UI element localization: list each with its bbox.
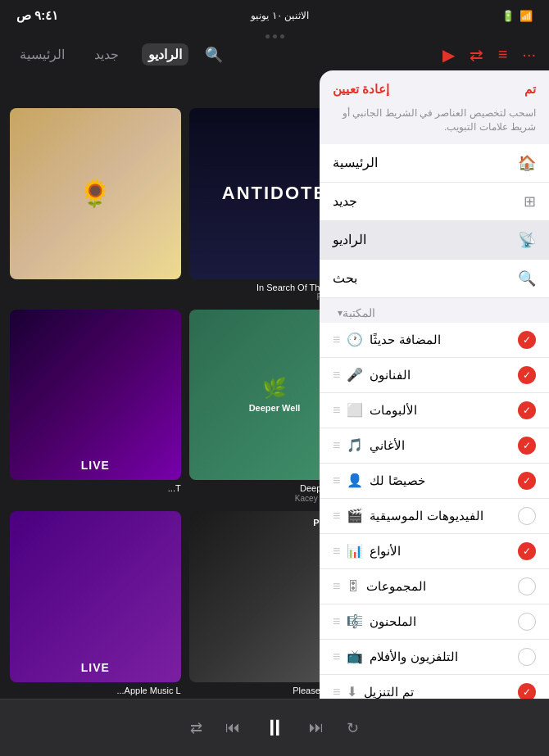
- status-date: الاثنين ١٠ يونيو: [251, 10, 309, 21]
- compilations-icon: 🎛: [347, 579, 360, 594]
- library-item-label: الملحنون: [370, 614, 416, 629]
- unchecked-circle: [518, 507, 536, 525]
- play-icon[interactable]: ▶: [442, 45, 455, 65]
- check-icon: ✓: [518, 542, 536, 560]
- search-nav-icon[interactable]: 🔍: [205, 46, 223, 64]
- album-cover: LIVE: [10, 511, 181, 682]
- library-item-genres[interactable]: ✓ الأنواع 📊 ≡: [320, 534, 549, 569]
- library-item-compilations[interactable]: المجموعات 🎛 ≡: [320, 569, 549, 604]
- sidebar-nav-search[interactable]: 🔍 بحث: [320, 260, 549, 298]
- drag-handle[interactable]: ≡: [333, 544, 340, 559]
- drag-handle[interactable]: ≡: [333, 368, 340, 383]
- library-item-foryou[interactable]: ✓ خصيصًا لك 👤 ≡: [320, 464, 549, 499]
- sidebar: تم إعادة تعيين اسحب لتخصيص العناصر في ال…: [320, 70, 549, 699]
- library-item-albums[interactable]: ✓ الألبومات ⬜ ≡: [320, 393, 549, 428]
- library-item-tv[interactable]: التلفزيون والأفلام 📺 ≡: [320, 640, 549, 675]
- library-item-label: المضافة حديثًا: [370, 333, 440, 347]
- unchecked-circle: [518, 648, 536, 666]
- drag-handle[interactable]: ≡: [333, 614, 340, 629]
- album-cover: LIVE: [10, 310, 181, 481]
- toolbar: ··· ≡ ⇄ ▶ 🔍 الراديو جديد الرئيسية: [0, 38, 549, 70]
- library-item-artists[interactable]: ✓ الفنانون 🎤 ≡: [320, 358, 549, 393]
- new-icon: ⊞: [524, 192, 536, 211]
- drag-handle[interactable]: ≡: [333, 579, 340, 594]
- sidebar-reset-button[interactable]: إعادة تعيين: [333, 82, 389, 97]
- library-item-label: الأنواع: [370, 544, 401, 559]
- drag-handle[interactable]: ≡: [333, 650, 340, 664]
- library-collapse-icon[interactable]: ▾: [338, 307, 343, 319]
- sidebar-nav-label: بحث: [333, 270, 357, 286]
- album-cover: 🌻: [10, 108, 181, 279]
- drag-handle[interactable]: ≡: [333, 333, 340, 347]
- nav-tabs: 🔍 الراديو جديد الرئيسية: [13, 43, 223, 66]
- sidebar-nav-new[interactable]: ⊞ جديد: [320, 183, 549, 221]
- sidebar-header: تم إعادة تعيين: [320, 70, 549, 103]
- library-item-label: الفيديوهات الموسيقية: [370, 509, 483, 523]
- artists-icon: 🎤: [347, 367, 363, 383]
- library-section-header: المكتبة ▾: [320, 298, 549, 323]
- songs-icon: 🎵: [347, 437, 363, 453]
- shuffle-icon[interactable]: ⇄: [470, 45, 483, 65]
- sidebar-done-button[interactable]: تم: [524, 82, 536, 97]
- next-button[interactable]: ⏭: [309, 719, 324, 736]
- prev-button[interactable]: ⏮: [225, 719, 240, 736]
- tab-radio[interactable]: الراديو: [142, 43, 188, 66]
- check-icon: ✓: [518, 366, 536, 384]
- library-item-songs[interactable]: ✓ الأغاني 🎵 ≡: [320, 428, 549, 464]
- drag-handle[interactable]: ≡: [333, 473, 340, 488]
- library-item-recent[interactable]: ✓ المضافة حديثًا 🕐 ≡: [320, 323, 549, 358]
- downloaded-icon: ⬇: [347, 684, 357, 699]
- sidebar-nav-label: جديد: [333, 193, 357, 209]
- drag-handle[interactable]: ≡: [333, 509, 340, 523]
- library-item-videos[interactable]: الفيديوهات الموسيقية 🎬 ≡: [320, 499, 549, 534]
- check-icon: ✓: [518, 331, 536, 349]
- check-icon: ✓: [518, 683, 536, 699]
- genres-icon: 📊: [347, 543, 363, 559]
- list-item[interactable]: 🌻: [10, 108, 181, 301]
- library-item-label: التلفزيون والأفلام: [370, 650, 457, 664]
- repeat-button[interactable]: ↻: [347, 719, 359, 737]
- battery-icon: 🔋: [501, 10, 515, 22]
- list-icon[interactable]: ≡: [498, 45, 508, 64]
- unchecked-circle: [518, 577, 536, 595]
- library-item-downloaded[interactable]: ✓ تم التنزيل ⬇ ≡: [320, 675, 549, 699]
- status-time: ٩:٤١ ص: [16, 8, 58, 23]
- album-title: T...: [10, 483, 181, 493]
- check-icon: ✓: [518, 472, 536, 490]
- library-item-label: خصيصًا لك: [370, 473, 424, 488]
- drag-indicator: [0, 28, 549, 38]
- more-options-icon[interactable]: ···: [522, 45, 536, 64]
- recent-icon: 🕐: [347, 332, 363, 347]
- library-item-label: تم التنزيل: [364, 685, 413, 699]
- album-title: Apple Music L...: [10, 686, 181, 695]
- tab-new[interactable]: جديد: [88, 43, 125, 66]
- unchecked-circle: [518, 613, 536, 631]
- library-item-label: الفنانون: [370, 368, 411, 383]
- drag-handle[interactable]: ≡: [333, 438, 340, 453]
- radio-icon: 📡: [518, 231, 536, 249]
- tv-icon: 📺: [347, 649, 363, 664]
- library-item-label: الألبومات: [370, 403, 417, 418]
- pause-button[interactable]: ⏸: [263, 714, 286, 741]
- shuffle-button[interactable]: ⇄: [190, 719, 202, 737]
- home-icon: 🏠: [518, 154, 536, 172]
- foryou-icon: 👤: [347, 473, 363, 488]
- status-bar: 📶 🔋 الاثنين ١٠ يونيو ٩:٤١ ص: [0, 0, 549, 28]
- main-area: 🎤 🎭 People Who Aren't There... Future Is…: [0, 70, 549, 699]
- sidebar-description: اسحب لتخصيص العناصر في الشريط الجانبي أو…: [320, 103, 549, 144]
- list-item[interactable]: LIVE Apple Music L...: [10, 511, 181, 699]
- sidebar-nav-radio[interactable]: 📡 الراديو: [320, 221, 549, 260]
- check-icon: ✓: [518, 437, 536, 455]
- drag-handle[interactable]: ≡: [333, 685, 340, 699]
- list-item[interactable]: LIVE T...: [10, 310, 181, 504]
- drag-handle[interactable]: ≡: [333, 403, 340, 418]
- library-title: المكتبة: [343, 306, 375, 319]
- library-item-label: الأغاني: [370, 438, 405, 453]
- sidebar-nav-home[interactable]: 🏠 الرئيسية: [320, 144, 549, 183]
- library-item-label: المجموعات: [366, 579, 426, 594]
- tab-home[interactable]: الرئيسية: [13, 43, 71, 66]
- library-item-composers[interactable]: الملحنون 🎼 ≡: [320, 604, 549, 640]
- videos-icon: 🎬: [347, 508, 363, 523]
- albums-icon: ⬜: [347, 402, 363, 418]
- search-icon: 🔍: [518, 269, 536, 287]
